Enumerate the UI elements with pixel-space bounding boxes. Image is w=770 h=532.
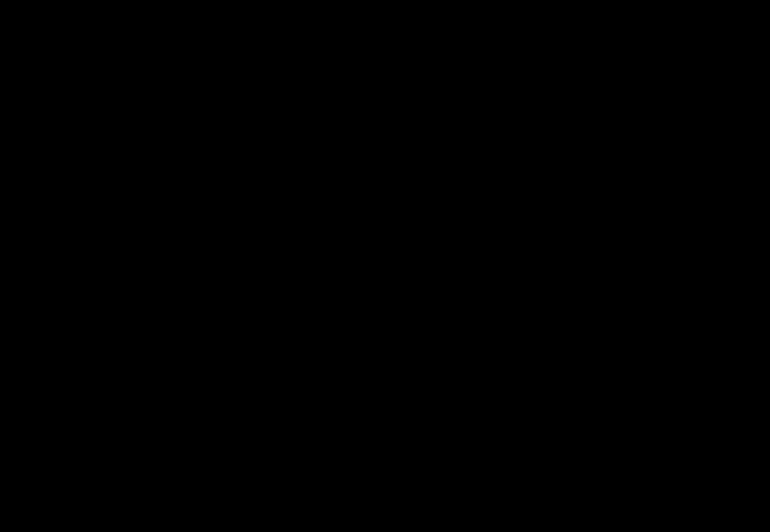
panel2-els-spectrogram: [106, 122, 516, 212]
panel1-npi-spectrogram: [106, 13, 516, 103]
nf-colorbar: [644, 17, 660, 97]
def-colorbar: [644, 126, 660, 209]
panel4-line-plot: [106, 320, 516, 410]
panel3-line-plot: [106, 222, 516, 312]
science-plot-stack: [0, 0, 770, 532]
panel5-line-plot: [106, 418, 516, 508]
